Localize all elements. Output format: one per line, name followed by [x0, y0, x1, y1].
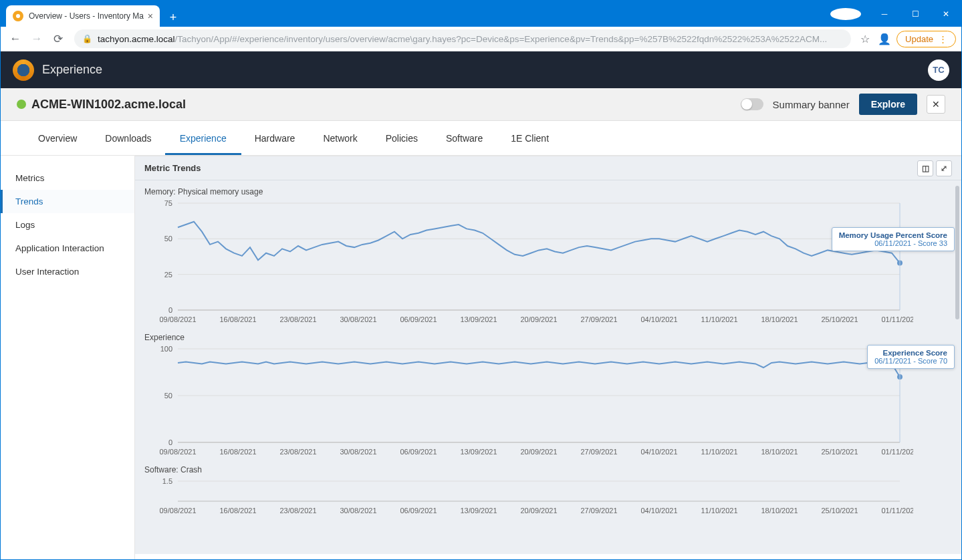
tab-downloads[interactable]: Downloads — [105, 121, 151, 155]
layout-toggle-icon[interactable]: ◫ — [917, 160, 933, 176]
chart-block-2: Software: Crash 1.509/08/202116/08/20212… — [144, 465, 952, 517]
user-avatar[interactable]: TC — [928, 59, 949, 81]
tab-close-icon[interactable]: × — [148, 11, 153, 21]
tab-title: Overview - Users - Inventory Ma — [29, 11, 144, 21]
svg-text:09/08/2021: 09/08/2021 — [159, 315, 196, 323]
sidebar-item-application-interaction[interactable]: Application Interaction — [1, 237, 134, 260]
tabs-row: OverviewDownloadsExperienceHardwareNetwo… — [1, 121, 961, 156]
bookmark-star-icon[interactable]: ☆ — [860, 33, 870, 45]
explore-button[interactable]: Explore — [859, 94, 917, 115]
chart-0: 025507509/08/202116/08/202123/08/202130/… — [144, 199, 913, 326]
chart-2: 1.509/08/202116/08/202123/08/202130/08/2… — [144, 477, 913, 517]
menu-dots-icon[interactable]: ⋮ — [939, 34, 947, 44]
svg-text:30/08/2021: 30/08/2021 — [340, 507, 376, 515]
svg-text:75: 75 — [164, 199, 172, 207]
svg-text:06/09/2021: 06/09/2021 — [400, 315, 437, 323]
svg-text:06/09/2021: 06/09/2021 — [400, 448, 437, 456]
svg-text:23/08/2021: 23/08/2021 — [279, 507, 316, 515]
new-tab-button[interactable]: + — [164, 8, 183, 27]
svg-text:18/10/2021: 18/10/2021 — [761, 315, 798, 323]
chart-1: 05010009/08/202116/08/202123/08/202130/0… — [144, 345, 913, 458]
svg-text:23/08/2021: 23/08/2021 — [279, 448, 316, 456]
summary-banner-toggle[interactable] — [741, 98, 763, 110]
update-button[interactable]: Update⋮ — [896, 31, 956, 47]
status-dot-icon — [17, 100, 26, 109]
device-bar: ACME-WIN1002.acme.local Summary banner E… — [1, 88, 961, 121]
svg-text:100: 100 — [160, 345, 172, 353]
svg-text:01/11/2021: 01/11/2021 — [881, 315, 913, 323]
svg-text:27/09/2021: 27/09/2021 — [580, 507, 617, 515]
svg-text:25/10/2021: 25/10/2021 — [821, 507, 858, 515]
window-controls: ▾ ─ ☐ ✕ — [830, 1, 961, 27]
tab-network[interactable]: Network — [323, 121, 357, 155]
svg-text:01/11/2021: 01/11/2021 — [881, 507, 913, 515]
expand-icon[interactable]: ⤢ — [936, 160, 952, 176]
nav-forward-icon: → — [27, 29, 46, 48]
nav-reload-icon[interactable]: ⟳ — [49, 29, 68, 48]
summary-banner-label: Summary banner — [773, 99, 850, 110]
tab-hardware[interactable]: Hardware — [255, 121, 295, 155]
profile-icon[interactable]: 👤 — [875, 29, 894, 48]
svg-text:27/09/2021: 27/09/2021 — [580, 315, 617, 323]
brand-logo-icon — [13, 59, 34, 81]
svg-text:04/10/2021: 04/10/2021 — [640, 315, 677, 323]
tab-search-icon[interactable]: ▾ — [830, 8, 861, 20]
browser-titlebar: Overview - Users - Inventory Ma × + ▾ ─ … — [1, 1, 961, 27]
tab-policies[interactable]: Policies — [386, 121, 418, 155]
svg-text:0: 0 — [168, 438, 172, 446]
tab-1e-client[interactable]: 1E Client — [511, 121, 549, 155]
sidebar-item-trends[interactable]: Trends — [1, 190, 134, 213]
chart-title: Software: Crash — [144, 465, 952, 474]
svg-text:50: 50 — [164, 392, 172, 400]
close-panel-button[interactable]: ✕ — [927, 95, 945, 114]
svg-text:30/08/2021: 30/08/2021 — [340, 448, 376, 456]
svg-text:11/10/2021: 11/10/2021 — [701, 448, 737, 456]
window-minimize[interactable]: ─ — [869, 1, 900, 27]
browser-tab[interactable]: Overview - Users - Inventory Ma × — [6, 5, 160, 27]
svg-text:25: 25 — [164, 271, 172, 279]
svg-text:16/08/2021: 16/08/2021 — [219, 448, 256, 456]
charts-container: Memory: Physical memory usage 025507509/… — [135, 180, 961, 554]
browser-toolbar: ← → ⟳ 🔒 tachyon.acme.local/Tachyon/App/#… — [1, 27, 961, 51]
svg-text:25/10/2021: 25/10/2021 — [821, 448, 858, 456]
svg-text:16/08/2021: 16/08/2021 — [219, 315, 256, 323]
tab-favicon — [13, 11, 23, 21]
svg-text:01/11/2021: 01/11/2021 — [881, 448, 913, 456]
sidebar-item-user-interaction[interactable]: User Interaction — [1, 260, 134, 283]
chart-block-1: Experience 05010009/08/202116/08/202123/… — [144, 333, 952, 458]
tab-overview[interactable]: Overview — [38, 121, 77, 155]
chart-block-0: Memory: Physical memory usage 025507509/… — [144, 187, 952, 326]
content-panel: Metric Trends ◫ ⤢ Memory: Physical memor… — [134, 156, 961, 560]
lock-icon: 🔒 — [82, 34, 92, 43]
chart-title: Memory: Physical memory usage — [144, 187, 952, 196]
address-bar[interactable]: 🔒 tachyon.acme.local/Tachyon/App/#/exper… — [74, 29, 851, 48]
side-nav: MetricsTrendsLogsApplication Interaction… — [1, 156, 134, 560]
svg-text:50: 50 — [164, 235, 172, 243]
svg-text:04/10/2021: 04/10/2021 — [640, 507, 677, 515]
svg-text:25/10/2021: 25/10/2021 — [821, 315, 858, 323]
svg-text:1.5: 1.5 — [162, 477, 172, 485]
svg-text:13/09/2021: 13/09/2021 — [460, 507, 497, 515]
svg-text:09/08/2021: 09/08/2021 — [159, 507, 196, 515]
svg-text:06/09/2021: 06/09/2021 — [400, 507, 437, 515]
svg-text:11/10/2021: 11/10/2021 — [701, 507, 737, 515]
scrollbar-thumb[interactable] — [955, 186, 959, 319]
device-name: ACME-WIN1002.acme.local — [31, 98, 186, 112]
svg-text:20/09/2021: 20/09/2021 — [520, 507, 557, 515]
main-area: MetricsTrendsLogsApplication Interaction… — [1, 156, 961, 560]
tab-software[interactable]: Software — [446, 121, 483, 155]
svg-text:27/09/2021: 27/09/2021 — [580, 448, 617, 456]
chart-title: Experience — [144, 333, 952, 342]
window-close[interactable]: ✕ — [931, 1, 961, 27]
svg-text:04/10/2021: 04/10/2021 — [640, 448, 677, 456]
tab-experience[interactable]: Experience — [180, 121, 227, 155]
sidebar-item-metrics[interactable]: Metrics — [1, 166, 134, 190]
callout-experience: Experience Score06/11/2021 - Score 70 — [867, 345, 955, 369]
svg-text:23/08/2021: 23/08/2021 — [279, 315, 316, 323]
nav-back-icon[interactable]: ← — [6, 29, 25, 48]
panel-title: Metric Trends — [144, 163, 201, 173]
window-maximize[interactable]: ☐ — [900, 1, 931, 27]
svg-text:13/09/2021: 13/09/2021 — [460, 448, 497, 456]
brand-title: Experience — [42, 63, 102, 77]
sidebar-item-logs[interactable]: Logs — [1, 213, 134, 237]
